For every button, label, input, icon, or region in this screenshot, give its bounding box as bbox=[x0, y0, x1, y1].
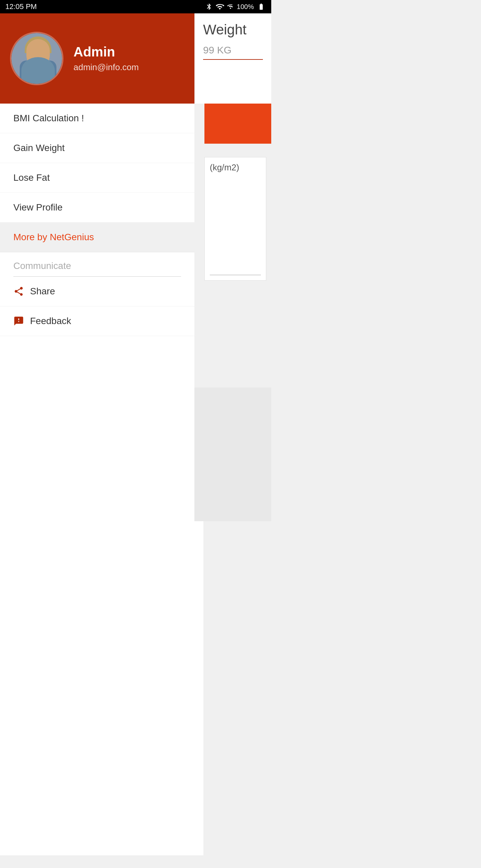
header-profile: Admin admin@info.com Weight 99 KG bbox=[0, 13, 271, 103]
bmi-label: (kg/m2) bbox=[210, 162, 261, 173]
nav-item-view-profile-label: View Profile bbox=[13, 202, 62, 213]
right-panel: (kg/m2) bbox=[194, 103, 271, 521]
avatar-image bbox=[11, 33, 62, 84]
wifi-icon bbox=[216, 2, 224, 11]
communicate-item-share-label: Share bbox=[30, 286, 55, 297]
share-icon bbox=[13, 286, 24, 297]
battery-icon bbox=[257, 3, 266, 10]
status-bar: 12:05 PM 100% bbox=[0, 0, 271, 13]
nav-item-more-by-netgenius[interactable]: More by NetGenius bbox=[0, 222, 194, 252]
gray-spacer-1 bbox=[194, 144, 271, 157]
feedback-icon bbox=[13, 316, 24, 327]
communicate-item-feedback[interactable]: Feedback bbox=[0, 306, 194, 336]
nav-item-more-by-netgenius-label: More by NetGenius bbox=[13, 232, 94, 243]
bmi-value-area bbox=[210, 176, 261, 273]
weight-value: 99 KG bbox=[203, 44, 263, 60]
signal-icon bbox=[227, 3, 234, 10]
bottom-spacer bbox=[0, 521, 203, 855]
user-name: Admin bbox=[73, 44, 139, 59]
nav-menu: BMI Calculation ! Gain Weight Lose Fat V… bbox=[0, 103, 194, 521]
orange-action-button[interactable] bbox=[204, 103, 271, 144]
nav-item-bmi[interactable]: BMI Calculation ! bbox=[0, 103, 194, 133]
face-shape bbox=[26, 39, 50, 66]
communicate-item-feedback-label: Feedback bbox=[30, 316, 71, 327]
nav-item-view-profile[interactable]: View Profile bbox=[0, 193, 194, 222]
nav-item-gain-weight[interactable]: Gain Weight bbox=[0, 133, 194, 163]
app-container: 12:05 PM 100% bbox=[0, 0, 271, 855]
communicate-item-share[interactable]: Share bbox=[0, 277, 194, 306]
main-content: BMI Calculation ! Gain Weight Lose Fat V… bbox=[0, 103, 271, 521]
nav-item-gain-weight-label: Gain Weight bbox=[13, 143, 65, 153]
battery-percentage: 100% bbox=[237, 3, 254, 11]
gray-area-bottom bbox=[194, 284, 271, 384]
gray-area-bottom2 bbox=[194, 388, 271, 521]
bmi-card: (kg/m2) bbox=[204, 157, 266, 281]
bluetooth-icon bbox=[205, 3, 213, 10]
communicate-header: Communicate bbox=[13, 260, 181, 277]
weight-label: Weight bbox=[203, 22, 263, 38]
bmi-bottom-line bbox=[210, 275, 261, 275]
avatar bbox=[10, 32, 63, 85]
nav-item-lose-fat-label: Lose Fat bbox=[13, 173, 50, 183]
weight-card: Weight 99 KG bbox=[194, 13, 271, 103]
user-info: Admin admin@info.com bbox=[73, 44, 139, 72]
nav-item-bmi-label: BMI Calculation ! bbox=[13, 113, 84, 124]
status-icons: 100% bbox=[205, 2, 266, 11]
communicate-section: Communicate bbox=[0, 252, 194, 277]
nav-item-lose-fat[interactable]: Lose Fat bbox=[0, 163, 194, 193]
body-shape bbox=[20, 60, 57, 84]
user-email: admin@info.com bbox=[73, 62, 139, 72]
status-time: 12:05 PM bbox=[5, 2, 37, 11]
